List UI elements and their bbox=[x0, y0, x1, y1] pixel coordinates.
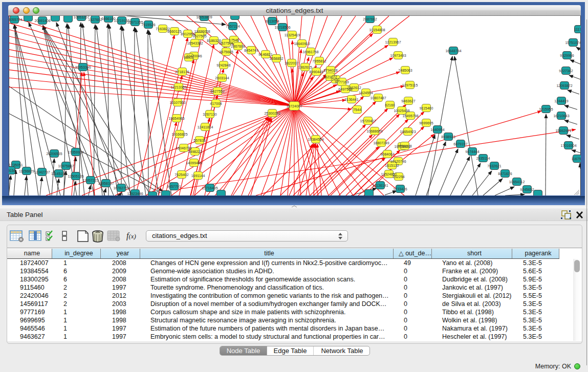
svg-text:9245652: 9245652 bbox=[520, 188, 534, 191]
svg-text:1615132: 1615132 bbox=[385, 164, 399, 167]
svg-text:2867608: 2867608 bbox=[231, 45, 245, 48]
svg-text:417004: 417004 bbox=[210, 102, 222, 105]
svg-text:10154808: 10154808 bbox=[369, 28, 385, 32]
svg-text:14136141: 14136141 bbox=[372, 184, 388, 187]
svg-text:9084067: 9084067 bbox=[380, 152, 394, 156]
svg-text:18724007: 18724007 bbox=[286, 104, 302, 108]
svg-text:1640954: 1640954 bbox=[430, 128, 444, 132]
svg-text:8427552: 8427552 bbox=[210, 90, 224, 93]
svg-text:14099489: 14099489 bbox=[186, 161, 202, 165]
svg-text:15720407: 15720407 bbox=[360, 119, 376, 123]
svg-text:16210643: 16210643 bbox=[553, 114, 569, 118]
svg-text:15716485: 15716485 bbox=[202, 186, 217, 190]
svg-text:8990448: 8990448 bbox=[309, 70, 323, 74]
svg-text:62160: 62160 bbox=[385, 103, 395, 107]
svg-text:12213369: 12213369 bbox=[170, 85, 186, 89]
svg-text:7632621: 7632621 bbox=[487, 164, 501, 168]
svg-text:15751074: 15751074 bbox=[565, 41, 581, 45]
svg-text:3267130: 3267130 bbox=[203, 113, 216, 116]
svg-text:1624554: 1624554 bbox=[359, 91, 373, 95]
svg-text:18807249: 18807249 bbox=[373, 141, 389, 145]
svg-text:9115460: 9115460 bbox=[420, 106, 433, 110]
svg-text:1733426: 1733426 bbox=[393, 187, 407, 191]
svg-text:98901: 98901 bbox=[184, 56, 194, 59]
svg-text:12411814: 12411814 bbox=[198, 125, 213, 129]
svg-text:11145194: 11145194 bbox=[51, 172, 67, 176]
svg-text:10120746: 10120746 bbox=[390, 160, 406, 163]
svg-text:10025438: 10025438 bbox=[394, 109, 409, 113]
svg-text:1362615: 1362615 bbox=[298, 65, 312, 69]
svg-text:15692971: 15692971 bbox=[555, 129, 571, 133]
svg-text:12213967: 12213967 bbox=[385, 40, 401, 44]
svg-text:2136441: 2136441 bbox=[344, 98, 358, 101]
svg-text:6794028: 6794028 bbox=[323, 69, 337, 72]
svg-text:1735051: 1735051 bbox=[9, 163, 23, 167]
svg-text:9242848: 9242848 bbox=[216, 63, 230, 67]
svg-text:8813054: 8813054 bbox=[265, 19, 279, 23]
svg-text:10688609: 10688609 bbox=[366, 129, 382, 133]
svg-text:11178: 11178 bbox=[574, 28, 581, 31]
svg-text:12975115: 12975115 bbox=[402, 83, 418, 87]
svg-text:10975867: 10975867 bbox=[58, 164, 74, 168]
svg-text:2935114: 2935114 bbox=[476, 157, 490, 160]
svg-text:12342737: 12342737 bbox=[34, 170, 50, 174]
svg-text:10807487: 10807487 bbox=[370, 96, 386, 100]
svg-text:17546: 17546 bbox=[229, 38, 239, 42]
svg-text:9146821: 9146821 bbox=[258, 53, 272, 56]
svg-text:11156829: 11156829 bbox=[19, 169, 34, 173]
svg-text:7485063: 7485063 bbox=[398, 69, 412, 72]
svg-text:7357224: 7357224 bbox=[226, 25, 239, 28]
svg-text:9527505: 9527505 bbox=[192, 34, 206, 38]
svg-text:252254: 252254 bbox=[393, 175, 404, 179]
svg-text:7544: 7544 bbox=[353, 108, 361, 112]
svg-text:14055724: 14055724 bbox=[9, 18, 23, 21]
svg-text:557833: 557833 bbox=[193, 139, 205, 142]
svg-text:9474444: 9474444 bbox=[465, 150, 479, 154]
svg-text:10958107: 10958107 bbox=[98, 182, 114, 185]
svg-text:1558852: 1558852 bbox=[269, 57, 283, 60]
svg-text:19384554: 19384554 bbox=[308, 138, 323, 141]
svg-text:11325419: 11325419 bbox=[285, 33, 300, 37]
svg-text:16648784: 16648784 bbox=[445, 49, 461, 53]
svg-text:20206535: 20206535 bbox=[46, 152, 62, 156]
svg-text:1527602: 1527602 bbox=[88, 18, 102, 21]
svg-text:9457791: 9457791 bbox=[167, 185, 181, 188]
svg-text:9463627: 9463627 bbox=[401, 99, 415, 103]
svg-text:8471676: 8471676 bbox=[498, 172, 512, 176]
svg-text:19166825: 19166825 bbox=[171, 133, 187, 136]
svg-text:7625402: 7625402 bbox=[175, 173, 188, 177]
svg-text:2603144: 2603144 bbox=[215, 76, 229, 80]
svg-text:10654112: 10654112 bbox=[509, 180, 525, 184]
svg-text:7955812: 7955812 bbox=[312, 59, 326, 63]
svg-text:16053809: 16053809 bbox=[196, 16, 212, 19]
svg-text:9699695: 9699695 bbox=[419, 121, 433, 125]
svg-text:13226058: 13226058 bbox=[194, 30, 210, 33]
svg-text:3822037: 3822037 bbox=[285, 61, 298, 65]
svg-text:3498222: 3498222 bbox=[188, 150, 202, 154]
svg-text:16543382: 16543382 bbox=[187, 41, 203, 45]
svg-text:2687682: 2687682 bbox=[363, 17, 377, 21]
svg-text:15495798: 15495798 bbox=[402, 114, 418, 118]
svg-text:17359924: 17359924 bbox=[68, 150, 83, 154]
svg-text:8454749: 8454749 bbox=[244, 49, 258, 52]
svg-text:39154: 39154 bbox=[9, 169, 16, 172]
svg-text:18640910: 18640910 bbox=[294, 42, 310, 46]
svg-text:12923446: 12923446 bbox=[127, 192, 143, 195]
svg-text:19218506: 19218506 bbox=[274, 26, 290, 29]
svg-text:3675685: 3675685 bbox=[219, 50, 233, 54]
svg-text:10973493: 10973493 bbox=[390, 54, 406, 57]
svg-text:12505135: 12505135 bbox=[68, 174, 83, 178]
svg-text:116753: 116753 bbox=[572, 157, 581, 161]
svg-text:9777169: 9777169 bbox=[335, 80, 349, 84]
svg-text:16107553: 16107553 bbox=[169, 101, 185, 104]
svg-text:19654923: 19654923 bbox=[400, 130, 416, 134]
svg-text:17957223: 17957223 bbox=[82, 179, 98, 182]
svg-text:9329966: 9329966 bbox=[560, 54, 574, 57]
svg-text:16671355: 16671355 bbox=[127, 20, 143, 24]
svg-text:10653267: 10653267 bbox=[73, 16, 89, 19]
svg-text:1691144: 1691144 bbox=[191, 174, 205, 178]
svg-text:8938923: 8938923 bbox=[441, 135, 455, 139]
svg-text:9227342: 9227342 bbox=[559, 69, 573, 73]
svg-text:1244419: 1244419 bbox=[554, 99, 568, 103]
svg-text:16046738: 16046738 bbox=[176, 146, 191, 150]
